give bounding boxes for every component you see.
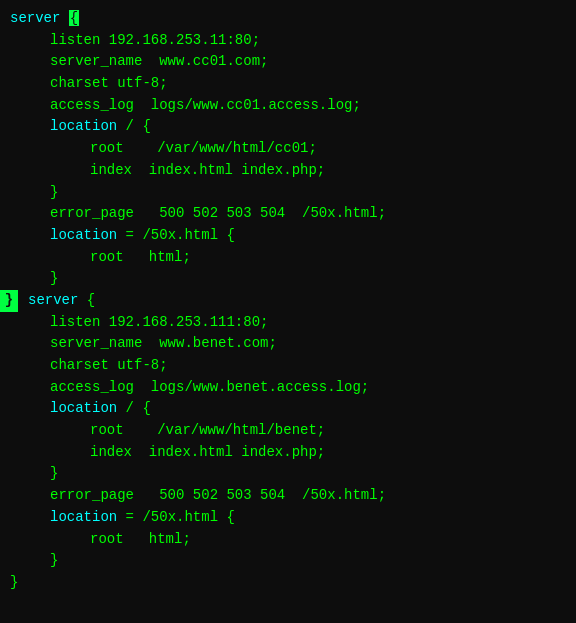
code-editor: server { listen 192.168.253.11:80; serve… [0,0,576,623]
code-line-26: root html; [0,529,576,551]
code-line-24: error_page 500 502 503 504 /50x.html; [0,485,576,507]
code-line-15: server { [0,290,576,312]
code-line-8: index index.html index.php; [0,160,576,182]
code-line-22: index index.html index.php; [0,442,576,464]
code-line-9: } [0,182,576,204]
code-line-12: root html; [0,247,576,269]
code-line-19: access_log logs/www.benet.access.log; [0,377,576,399]
keyword-server: server [10,10,60,26]
code-line-6: location / { [0,116,576,138]
keyword-location3: location [50,400,117,416]
code-line-25: location = /50x.html { [0,507,576,529]
code-line-11: location = /50x.html { [0,225,576,247]
code-line-13: } [0,268,576,290]
brace-highlight: { [69,10,79,26]
code-line-18: charset utf-8; [0,355,576,377]
keyword-location2: location [50,227,117,243]
code-line-23: } [0,463,576,485]
code-line-10: error_page 500 502 503 504 /50x.html; [0,203,576,225]
code-line-27: } [0,550,576,572]
code-line-3: server_name www.cc01.com; [0,51,576,73]
keyword-server2: server [28,292,78,308]
keyword-location4: location [50,509,117,525]
code-line-20: location / { [0,398,576,420]
code-line-16: listen 192.168.253.111:80; [0,312,576,334]
code-line-2: listen 192.168.253.11:80; [0,30,576,52]
keyword-location: location [50,118,117,134]
code-line-1: server { [0,8,576,30]
code-line-28: } [0,572,576,594]
code-line-5: access_log logs/www.cc01.access.log; [0,95,576,117]
code-line-4: charset utf-8; [0,73,576,95]
code-line-7: root /var/www/html/cc01; [0,138,576,160]
code-line-17: server_name www.benet.com; [0,333,576,355]
code-line-21: root /var/www/html/benet; [0,420,576,442]
